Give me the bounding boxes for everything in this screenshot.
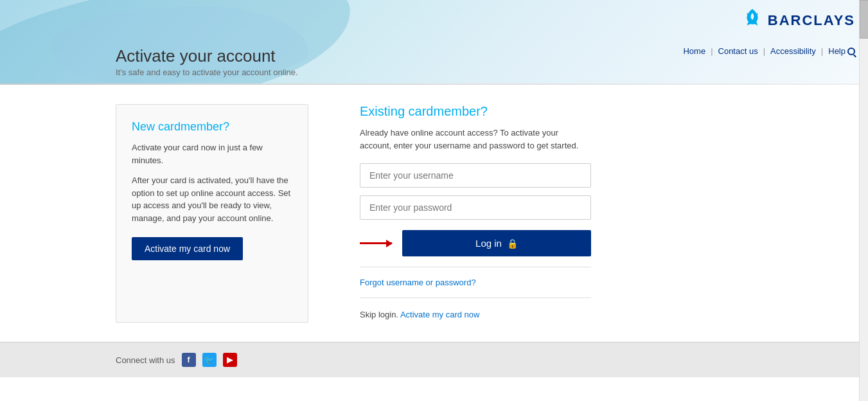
activate-card-button[interactable]: Activate my card now (132, 237, 243, 260)
nav-accessibility-link[interactable]: Accessibility (770, 46, 816, 56)
lock-icon: 🔒 (507, 238, 518, 249)
twitter-icon[interactable]: 🐦 (202, 353, 217, 367)
new-cardmember-para1: Activate your card now in just a few min… (132, 141, 292, 166)
footer-connect: Connect with us f 🐦 ▶ (116, 353, 752, 367)
forgot-credentials-link[interactable]: Forgot username or password? (360, 278, 591, 287)
scrollbar-track[interactable] (859, 0, 868, 377)
page-title-area: Activate your account It's safe and easy… (116, 46, 298, 77)
nav-help-link[interactable]: Help (828, 46, 855, 56)
login-button[interactable]: Log in 🔒 (402, 230, 591, 256)
password-input[interactable] (360, 195, 591, 220)
existing-cardmember-panel: Existing cardmember? Already have online… (360, 104, 591, 323)
new-cardmember-heading: New cardmember? (132, 120, 292, 134)
brand-name: BARCLAYS (768, 12, 855, 29)
new-cardmember-panel: New cardmember? Activate your card now i… (116, 104, 308, 323)
skip-login-text: Skip login. Activate my card now (360, 310, 479, 319)
nav-sep-2: | (763, 46, 765, 56)
existing-cardmember-heading: Existing cardmember? (360, 104, 591, 119)
page-title: Activate your account (116, 46, 298, 66)
login-row: Log in 🔒 (360, 230, 591, 256)
nav-contact-link[interactable]: Contact us (718, 46, 758, 56)
nav-links: Home | Contact us | Accessibility | Help (683, 46, 855, 56)
username-input[interactable] (360, 163, 591, 188)
facebook-icon[interactable]: f (182, 353, 196, 367)
nav-sep-3: | (821, 46, 823, 56)
header-wave: BARCLAYS Home | Contact us | Accessibili… (0, 0, 868, 84)
main-content: New cardmember? Activate your card now i… (0, 85, 868, 342)
connect-label: Connect with us (116, 355, 175, 365)
barclays-logo: BARCLAYS (742, 8, 855, 33)
new-cardmember-para2: After your card is activated, you'll hav… (132, 174, 292, 224)
existing-cardmember-desc: Already have online account access? To a… (360, 127, 591, 152)
page-subtitle: It's safe and easy to activate your acco… (116, 67, 298, 77)
nav-home-link[interactable]: Home (683, 46, 705, 56)
nav-sep-1: | (711, 46, 713, 56)
arrow-red-icon (360, 242, 392, 244)
arrow-indicator (360, 242, 392, 244)
scrollbar-thumb[interactable] (860, 0, 868, 39)
footer: Connect with us f 🐦 ▶ (0, 342, 868, 377)
skip-login-activate-link[interactable]: Activate my card now (400, 310, 480, 319)
divider-1 (360, 267, 591, 267)
search-icon (847, 48, 855, 55)
divider-2 (360, 298, 591, 298)
youtube-icon[interactable]: ▶ (223, 353, 237, 367)
eagle-icon (742, 8, 763, 33)
